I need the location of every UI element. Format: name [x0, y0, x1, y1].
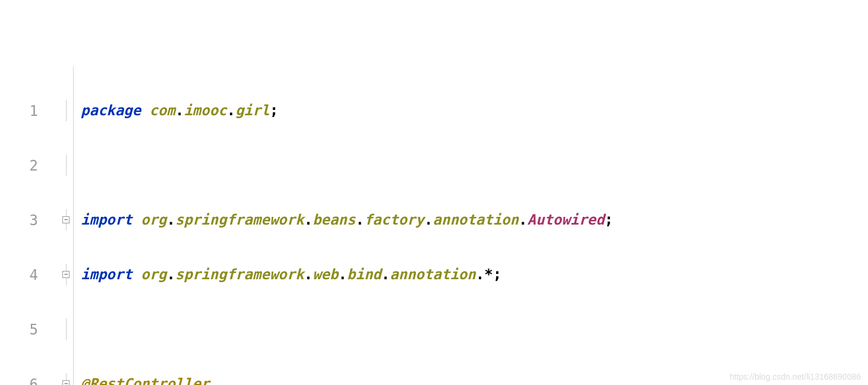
code-area[interactable]: package com.imooc.girl; import org.sprin…	[74, 67, 868, 385]
fold-gutter: − − − − − −	[59, 67, 74, 385]
dot: .	[175, 102, 184, 119]
keyword: import	[81, 212, 132, 228]
gutter: 1 2 3 4 5 6 7 8C 9 10 11 12 13 14 15 16 …	[0, 67, 59, 385]
dot: .	[381, 266, 390, 283]
semicolon: ;	[604, 212, 613, 228]
annotation: @RestController	[81, 375, 210, 385]
gutter-line: 3	[0, 209, 55, 231]
package-name: org	[141, 212, 166, 228]
package-name: springframework	[175, 212, 304, 228]
dot: .	[167, 266, 175, 283]
code-editor[interactable]: 1 2 3 4 5 6 7 8C 9 10 11 12 13 14 15 16 …	[0, 67, 868, 385]
line-number: 3	[8, 210, 38, 231]
line-number: 4	[8, 264, 38, 286]
dot: .	[227, 102, 235, 119]
fold-toggle[interactable]: −	[62, 216, 70, 223]
watermark: https://blog.csdn.net/li13168690086	[730, 372, 861, 381]
dot: .	[304, 266, 313, 283]
dot: .	[304, 212, 313, 228]
code-line[interactable]	[81, 318, 868, 340]
dot: .	[424, 212, 433, 228]
package-name: web	[313, 266, 338, 283]
package-name: com	[150, 102, 175, 119]
dot: .	[519, 212, 527, 228]
gutter-line: 2	[0, 154, 55, 176]
gutter-line: 1	[0, 100, 55, 121]
dot: .	[339, 266, 347, 283]
package-name: annotation	[390, 266, 476, 283]
code-line[interactable]: package com.imooc.girl;	[81, 100, 868, 121]
gutter-line: 6	[0, 373, 55, 385]
keyword: package	[81, 102, 141, 119]
wildcard: *	[484, 266, 493, 283]
code-line[interactable]: import org.springframework.web.bind.anno…	[81, 264, 868, 285]
code-line[interactable]: import org.springframework.beans.factory…	[81, 209, 868, 231]
code-line[interactable]	[81, 154, 868, 176]
fold-toggle[interactable]: −	[62, 271, 70, 278]
semicolon: ;	[270, 102, 278, 119]
package-name: bind	[347, 266, 381, 283]
dot: .	[355, 212, 364, 228]
gutter-line: 5	[0, 318, 55, 340]
dot: .	[167, 212, 175, 228]
semicolon: ;	[493, 266, 501, 283]
package-name: springframework	[175, 266, 304, 283]
dot: .	[476, 266, 484, 283]
class-name: Autowired	[527, 212, 604, 228]
package-name: imooc	[184, 102, 226, 119]
package-name: beans	[313, 212, 355, 228]
package-name: factory	[364, 212, 424, 228]
package-name: annotation	[433, 212, 519, 228]
keyword: import	[81, 266, 132, 283]
line-number: 6	[8, 374, 38, 385]
line-number: 2	[8, 155, 38, 176]
line-number: 1	[8, 100, 38, 122]
fold-toggle[interactable]: −	[62, 380, 70, 385]
gutter-line: 4	[0, 264, 55, 285]
package-name: girl	[235, 102, 270, 119]
line-number: 5	[8, 319, 38, 340]
package-name: org	[141, 266, 166, 283]
